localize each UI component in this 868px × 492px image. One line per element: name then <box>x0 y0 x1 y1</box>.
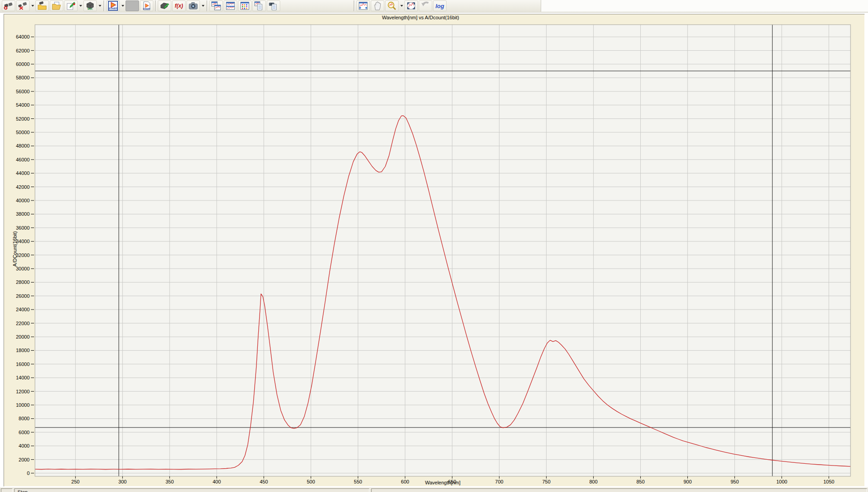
y-tick-label: 24000 <box>16 307 30 312</box>
y-tick-label: 16000 <box>16 361 30 367</box>
y-tick-label: 56000 <box>16 89 30 94</box>
y-tick-label: 34000 <box>16 239 30 244</box>
y-tick-label: 20000 <box>16 334 30 340</box>
spectrum-plot[interactable]: 0200040006000800010000120001400016000180… <box>0 0 868 492</box>
application-window: Ver.STARTSTARTf(x)log 020004000600080001… <box>0 0 868 492</box>
y-axis-title: A/DCount(16bit) <box>12 231 17 267</box>
y-tick-label: 32000 <box>16 253 30 258</box>
status-message-panel: Stop <box>14 488 369 492</box>
y-tick-label: 14000 <box>16 375 30 380</box>
status-message: Stop <box>17 489 28 492</box>
x-axis-title: Wavelength[nm] <box>35 480 851 485</box>
y-tick-label: 26000 <box>16 293 30 299</box>
y-tick-label: 52000 <box>16 116 30 122</box>
status-bar: Stop <box>0 488 868 492</box>
status-panel-right <box>371 488 867 492</box>
chart-title: Wavelength[nm] vs A/Dcount(16bit) <box>4 15 838 20</box>
y-tick-label: 58000 <box>16 75 30 80</box>
y-tick-label: 4000 <box>19 443 30 448</box>
y-tick-label: 44000 <box>16 170 30 176</box>
y-tick-label: 46000 <box>16 157 30 162</box>
y-tick-label: 64000 <box>16 34 30 39</box>
y-tick-label: 0 <box>27 470 30 476</box>
y-tick-label: 60000 <box>16 61 30 67</box>
status-panel-left <box>1 488 13 492</box>
y-tick-label: 48000 <box>16 143 30 148</box>
plot-area[interactable] <box>35 25 851 476</box>
y-tick-label: 18000 <box>16 348 30 353</box>
y-tick-label: 8000 <box>19 416 30 421</box>
y-tick-label: 10000 <box>16 402 30 408</box>
y-tick-label: 28000 <box>16 279 30 285</box>
y-tick-label: 62000 <box>16 48 30 53</box>
y-tick-label: 36000 <box>16 225 30 231</box>
y-tick-label: 50000 <box>16 130 30 135</box>
y-tick-label: 38000 <box>16 211 30 217</box>
y-tick-label: 6000 <box>19 430 30 435</box>
y-tick-label: 42000 <box>16 184 30 190</box>
y-tick-label: 22000 <box>16 321 30 326</box>
y-tick-label: 2000 <box>19 457 30 462</box>
y-tick-label: 12000 <box>16 389 30 394</box>
y-tick-label: 30000 <box>16 266 30 271</box>
y-tick-label: 40000 <box>16 198 30 203</box>
y-tick-label: 54000 <box>16 102 30 108</box>
